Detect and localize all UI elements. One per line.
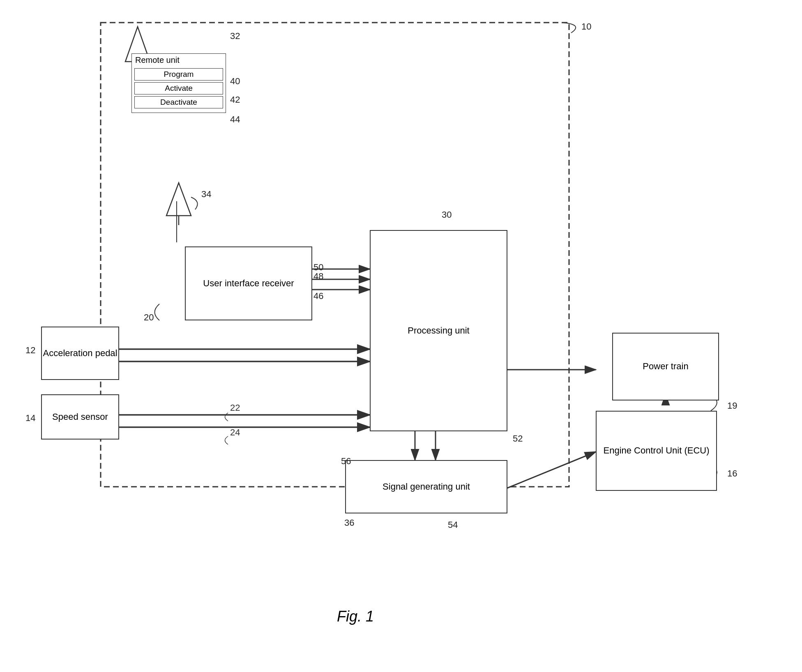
signal-generating-unit-label: Signal generating unit — [383, 481, 470, 493]
receiver-antenna — [162, 181, 195, 228]
user-interface-receiver-box: User interface receiver — [185, 246, 312, 320]
ref-30: 30 — [442, 209, 452, 220]
svg-text:24: 24 — [230, 427, 240, 437]
svg-line-13 — [505, 452, 596, 489]
ref-10: 10 — [581, 21, 591, 32]
diagram: 22 24 Remote unit Program Activate Deact… — [0, 0, 802, 672]
ref-14: 14 — [25, 413, 35, 423]
ecu-box: Engine Control Unit (ECU) — [596, 411, 717, 491]
speed-sensor-box: Speed sensor — [41, 394, 119, 440]
figure-caption: Fig. 1 — [337, 608, 374, 625]
processing-unit-label: Processing unit — [408, 325, 469, 337]
ref-19: 19 — [727, 400, 737, 411]
deactivate-button: Deactivate — [134, 96, 223, 108]
ref-46: 46 — [313, 291, 323, 301]
ecu-label: Engine Control Unit (ECU) — [604, 445, 710, 457]
ref-40: 40 — [230, 76, 240, 87]
user-interface-receiver-label: User interface receiver — [203, 278, 294, 290]
ref-54: 54 — [448, 520, 458, 530]
ref-44: 44 — [230, 114, 240, 125]
signal-generating-unit-box: Signal generating unit — [345, 460, 507, 513]
acceleration-pedal-box: Acceleration pedal — [41, 327, 119, 380]
power-train-box: Power train — [612, 333, 719, 400]
remote-unit-label: Remote unit — [132, 54, 226, 67]
remote-unit-box: Remote unit Program Activate Deactivate — [131, 53, 226, 113]
ref-56: 56 — [341, 456, 351, 467]
ref-48: 48 — [313, 271, 323, 282]
svg-marker-21 — [166, 183, 191, 216]
acceleration-pedal-label: Acceleration pedal — [43, 348, 117, 359]
ref-34: 34 — [201, 189, 211, 200]
ref-16: 16 — [727, 468, 737, 479]
program-button: Program — [134, 68, 223, 81]
ref-12: 12 — [25, 345, 35, 356]
ref-20: 20 — [144, 312, 154, 323]
activate-button: Activate — [134, 82, 223, 94]
power-train-label: Power train — [643, 361, 688, 373]
svg-text:22: 22 — [230, 403, 240, 413]
processing-unit-box: Processing unit — [370, 230, 507, 431]
ref-32: 32 — [230, 31, 240, 41]
ref-52: 52 — [513, 433, 523, 444]
ref-42: 42 — [230, 94, 240, 105]
ref-36: 36 — [344, 518, 354, 528]
speed-sensor-label: Speed sensor — [52, 411, 108, 423]
